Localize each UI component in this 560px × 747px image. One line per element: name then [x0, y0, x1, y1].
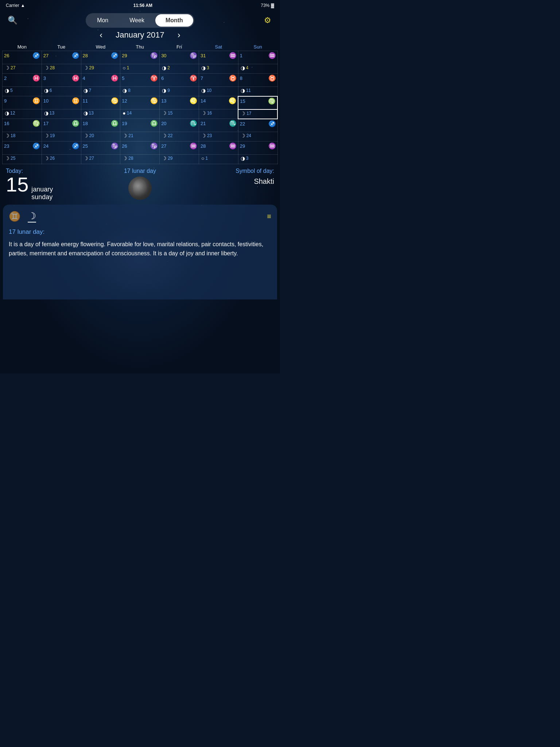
panel-tab-gemini[interactable]: ♊ — [9, 211, 20, 222]
list-item[interactable]: 18♎ — [81, 119, 120, 132]
gemini-icon: ♊ — [9, 211, 20, 222]
list-item: ☽28 — [120, 155, 160, 164]
list-item[interactable]: 1♒ — [238, 51, 277, 64]
list-item: ☽23 — [199, 132, 238, 142]
list-item[interactable]: 17♎ — [42, 119, 81, 132]
table-row: 26♐ 27♐ 28♐ 29♑ 30♑ 31♒ 1♒ — [3, 51, 278, 64]
list-item[interactable]: 19♎ — [120, 119, 160, 132]
list-item[interactable]: 26♐ — [3, 51, 42, 64]
list-item: ◑13 — [81, 109, 120, 119]
list-item: ●14 — [120, 109, 160, 119]
table-row: ☽27 ☽28 ☽29 ○1 ◑2 ◑3 ◑4 — [3, 64, 278, 74]
table-row: 23♐ 24♐ 25♑ 26♑ 27♒ 28♒ 29♒ — [3, 142, 278, 155]
list-item: ☽29 — [81, 64, 120, 74]
list-item: ◑8 — [120, 87, 160, 96]
list-item[interactable]: 16♍ — [3, 119, 42, 132]
list-item[interactable]: 6♈ — [160, 74, 199, 87]
tab-month[interactable]: Month — [155, 14, 193, 27]
list-item: ☽27 — [81, 155, 120, 164]
table-row: 2♓ 3♓ 4♓ 5♈ 6♈ 7♉ 8♉ — [3, 74, 278, 87]
table-row: ◑12 ◑13 ◑13 ●14 ☽15 ☽16 ☽17 — [3, 109, 278, 119]
list-item[interactable]: 21♏ — [199, 119, 238, 132]
table-row: ◑5 ◑6 ◑7 ◑8 ◑9 ◑10 ◑11 — [3, 87, 278, 96]
list-item[interactable]: 31♒ — [199, 51, 238, 64]
list-item[interactable]: 10♊ — [42, 96, 81, 109]
list-item: ☽24 — [238, 132, 277, 142]
wifi-icon: ▲ — [21, 3, 25, 8]
col-mon: Mon — [3, 43, 42, 51]
list-item[interactable]: 28♐ — [81, 51, 120, 64]
list-item[interactable]: 27♒ — [160, 142, 199, 155]
list-item[interactable]: 29♑ — [120, 51, 160, 64]
list-item[interactable]: 27♐ — [42, 51, 81, 64]
col-fri: Fri — [160, 43, 199, 51]
today-month: january — [31, 186, 53, 193]
list-item[interactable]: 3♓ — [42, 74, 81, 87]
list-item: ☽15 — [160, 109, 199, 119]
moon-image — [128, 177, 152, 200]
panel-title: 17 lunar day: — [9, 228, 271, 236]
list-item[interactable]: 13♌ — [160, 96, 199, 109]
next-month-btn[interactable]: › — [172, 30, 186, 40]
list-item: ◑7 — [81, 87, 120, 96]
list-item[interactable]: 24♐ — [42, 142, 81, 155]
list-item: ◑5 — [3, 87, 42, 96]
list-item: ☽25 — [3, 155, 42, 164]
tab-today[interactable]: Mon — [87, 14, 118, 27]
panel-tabs: ♊ ☽ ≡ — [9, 210, 271, 222]
prev-month-btn[interactable]: ‹ — [94, 30, 108, 40]
symbol-name: Shakti — [185, 177, 274, 186]
panel-menu-button[interactable]: ≡ — [267, 212, 271, 221]
today-cell[interactable]: 15♍ — [238, 96, 277, 109]
list-item[interactable]: 22♐ — [238, 119, 277, 132]
list-item: ◑10 — [199, 87, 238, 96]
list-item: ◑6 — [42, 87, 81, 96]
col-sat: Sat — [199, 43, 238, 51]
list-item[interactable]: 7♉ — [199, 74, 238, 87]
settings-button[interactable]: ⚙ — [261, 14, 274, 27]
today-day-number: 15 — [6, 174, 28, 195]
list-item[interactable]: 26♑ — [120, 142, 160, 155]
list-item[interactable]: 2♓ — [3, 74, 42, 87]
list-item[interactable]: 9♊ — [3, 96, 42, 109]
list-item[interactable]: 28♒ — [199, 142, 238, 155]
list-item[interactable]: 11♋ — [81, 96, 120, 109]
list-item[interactable]: 30♑ — [160, 51, 199, 64]
list-item[interactable]: 8♉ — [238, 74, 277, 87]
list-item: ◑4 — [238, 64, 277, 74]
bottom-info-panel: ♊ ☽ ≡ 17 lunar day: It is a day of femal… — [3, 205, 277, 299]
list-item[interactable]: 29♒ — [238, 142, 277, 155]
list-item[interactable]: 14♌ — [199, 96, 238, 109]
calendar-table-section: ‹ January 2017 › Mon Tue Wed Thu Fri Sat… — [0, 30, 280, 164]
list-item: ○1 — [199, 155, 238, 164]
list-item[interactable]: 4♓ — [81, 74, 120, 87]
lunar-day-label: 17 lunar day — [124, 168, 156, 174]
list-item: ◑11 — [238, 87, 277, 96]
status-left: Carrier ▲ — [6, 3, 25, 8]
tab-week[interactable]: Week — [119, 14, 155, 27]
list-item: ◑13 — [42, 109, 81, 119]
col-thu: Thu — [120, 43, 160, 51]
menu-icon: ≡ — [267, 212, 271, 220]
table-row: ☽18 ☽19 ☽20 ☽21 ☽22 ☽23 ☽24 — [3, 132, 278, 142]
battery-icon: ▓ — [271, 3, 274, 8]
search-button[interactable]: 🔍 — [6, 14, 19, 27]
list-item: ☽28 — [42, 64, 81, 74]
list-item: ☽27 — [3, 64, 42, 74]
status-right: 73% ▓ — [261, 3, 274, 8]
month-year-title: January 2017 — [116, 30, 164, 40]
list-item[interactable]: 23♐ — [3, 142, 42, 155]
list-item: ☽16 — [199, 109, 238, 119]
list-item[interactable]: 12♋ — [120, 96, 160, 109]
list-item[interactable]: 5♈ — [120, 74, 160, 87]
status-bar: Carrier ▲ 11:56 AM 73% ▓ — [0, 0, 280, 11]
carrier-label: Carrier — [6, 3, 19, 8]
list-item: ◑2 — [160, 64, 199, 74]
moon-icon: ☽ — [28, 210, 36, 221]
list-item: ☽19 — [42, 132, 81, 142]
panel-text: It is a day of female energy flowering. … — [9, 240, 271, 258]
panel-tab-moon[interactable]: ☽ — [28, 210, 36, 222]
list-item[interactable]: 25♑ — [81, 142, 120, 155]
list-item[interactable]: 20♏ — [160, 119, 199, 132]
col-tue: Tue — [42, 43, 81, 51]
